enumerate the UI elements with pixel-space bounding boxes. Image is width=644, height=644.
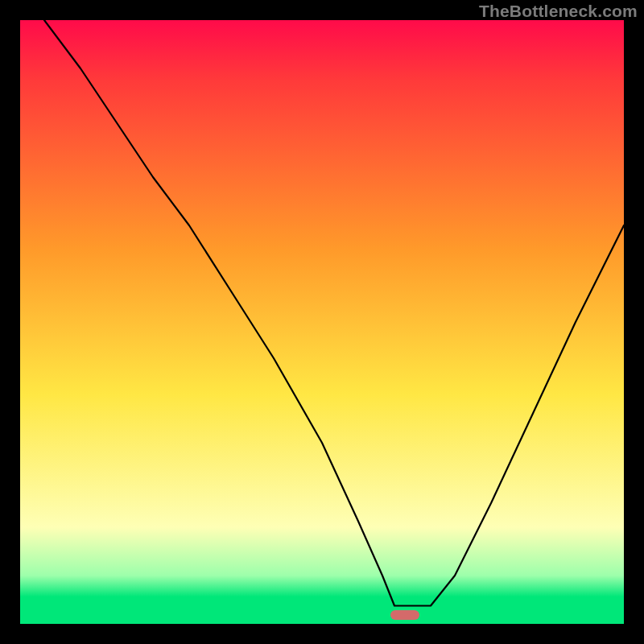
background-gradient — [20, 20, 624, 624]
watermark-label: TheBottleneck.com — [479, 2, 638, 21]
chart-frame: TheBottleneck.com — [0, 0, 644, 644]
plot-area — [20, 20, 624, 624]
